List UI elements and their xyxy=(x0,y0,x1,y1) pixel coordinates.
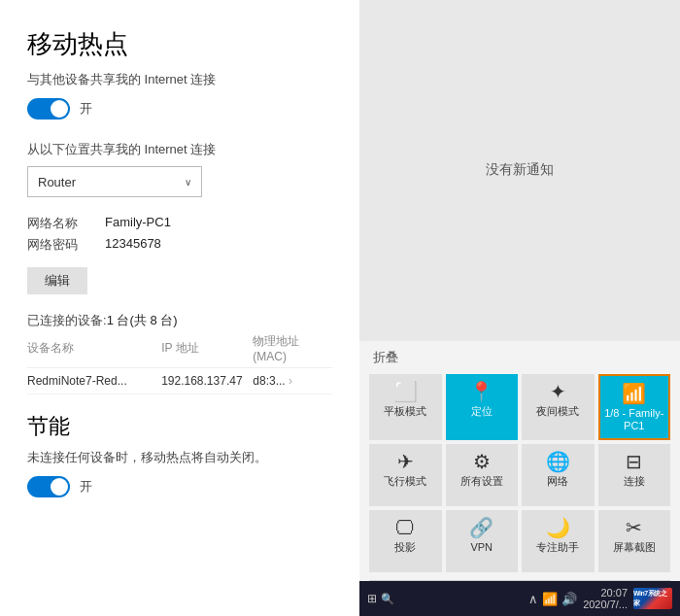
connected-count: 1 台(共 8 台) xyxy=(107,312,178,329)
taskbar-start: ⊞ xyxy=(367,592,377,605)
location-icon: 📍 xyxy=(469,382,493,401)
power-toggle-knob xyxy=(51,478,68,496)
time-display: 20:07 xyxy=(583,587,628,599)
quick-action-location[interactable]: 📍 定位 xyxy=(446,374,519,440)
row-arrow: › xyxy=(289,374,292,388)
hotspot-label: 1/8 - Family-PC1 xyxy=(604,407,665,432)
power-toggle[interactable] xyxy=(27,476,70,497)
assistant-icon: 🌙 xyxy=(546,518,570,537)
action-center: 折叠 ⬜ 平板模式 📍 定位 ✦ 夜间模式 📶 1/8 - Family-PC1… xyxy=(359,341,680,616)
device-name: RedmiNote7-Red... xyxy=(27,368,161,394)
power-toggle-label: 开 xyxy=(80,478,92,496)
taskbar-time: 20:07 2020/7/... xyxy=(583,587,628,610)
hotspot-toggle-label: 开 xyxy=(80,100,92,118)
quick-action-allsettings[interactable]: ⚙ 所有设置 xyxy=(446,444,519,506)
col-device-name: 设备名称 xyxy=(27,333,161,368)
quick-action-connect[interactable]: ⊟ 连接 xyxy=(598,444,671,506)
notification-area: 没有新通知 xyxy=(359,0,680,341)
night-label: 夜间模式 xyxy=(536,405,579,418)
toggle-knob xyxy=(51,100,68,118)
up-arrow-icon: ∧ xyxy=(528,592,538,606)
network-name-value: Family-PC1 xyxy=(105,215,171,232)
source-label: 从以下位置共享我的 Internet 连接 xyxy=(27,141,332,158)
connect-label: 连接 xyxy=(624,475,645,488)
allsettings-icon: ⚙ xyxy=(473,452,491,471)
night-icon: ✦ xyxy=(550,382,566,401)
win7-watermark: Win7系统之家 xyxy=(633,589,672,608)
quick-actions-grid: ⬜ 平板模式 📍 定位 ✦ 夜间模式 📶 1/8 - Family-PC1 ✈ … xyxy=(359,370,680,580)
network-name-label: 网络名称 xyxy=(27,215,105,232)
airplane-label: 飞行模式 xyxy=(384,475,426,488)
network-label: 网络 xyxy=(547,475,568,488)
connected-label: 已连接的设备: xyxy=(27,312,107,329)
project-label: 投影 xyxy=(394,541,416,554)
screenshot-label: 屏幕截图 xyxy=(613,541,656,554)
hotspot-icon: 📶 xyxy=(622,384,646,403)
power-toggle-row: 开 xyxy=(27,476,332,497)
network-pwd-label: 网络密码 xyxy=(27,236,105,254)
hotspot-toggle[interactable] xyxy=(27,98,70,120)
source-dropdown[interactable]: Router ∨ xyxy=(27,166,202,197)
quick-action-hotspot[interactable]: 📶 1/8 - Family-PC1 xyxy=(598,374,671,440)
connected-count-row: 已连接的设备: 1 台(共 8 台) xyxy=(27,312,332,329)
network-info: 网络名称 Family-PC1 网络密码 12345678 xyxy=(27,215,332,254)
network-pwd-row: 网络密码 12345678 xyxy=(27,236,332,254)
location-label: 定位 xyxy=(471,405,493,418)
quick-action-airplane[interactable]: ✈ 飞行模式 xyxy=(369,444,442,506)
network-name-row: 网络名称 Family-PC1 xyxy=(27,215,332,232)
tablet-label: 平板模式 xyxy=(384,405,426,418)
quick-action-vpn[interactable]: 🔗 VPN xyxy=(446,510,519,572)
table-row: RedmiNote7-Red... 192.168.137.47 d8:3...… xyxy=(27,368,332,394)
assistant-label: 专注助手 xyxy=(536,541,579,554)
connected-devices-section: 已连接的设备: 1 台(共 8 台) 设备名称 IP 地址 物理地址(MAC) … xyxy=(27,312,332,394)
hotspot-toggle-row: 开 xyxy=(27,98,332,120)
power-section-title: 节能 xyxy=(27,412,332,441)
project-icon: 🖵 xyxy=(395,518,415,537)
vpn-label: VPN xyxy=(470,541,493,554)
device-mac: d8:3... › xyxy=(253,368,332,394)
tablet-icon: ⬜ xyxy=(393,382,418,401)
chevron-down-icon: ∨ xyxy=(185,177,191,188)
quick-action-tablet[interactable]: ⬜ 平板模式 xyxy=(369,374,442,440)
screenshot-icon: ✂ xyxy=(626,518,642,537)
edit-button[interactable]: 编辑 xyxy=(27,267,87,294)
taskbar: ⊞ 🔍 ∧ 📶 🔊 20:07 2020/7/... Win7系统之家 xyxy=(359,581,680,616)
taskbar-search: 🔍 xyxy=(381,593,394,605)
dropdown-value: Router xyxy=(38,175,76,189)
quick-action-network[interactable]: 🌐 网络 xyxy=(522,444,595,506)
no-notification-text: 没有新通知 xyxy=(486,161,554,179)
network-icon: 🌐 xyxy=(546,452,570,471)
date-display: 2020/7/... xyxy=(583,599,628,610)
right-panel: 没有新通知 折叠 ⬜ 平板模式 📍 定位 ✦ 夜间模式 📶 1/8 - Fami… xyxy=(359,0,680,616)
vpn-icon: 🔗 xyxy=(469,518,493,537)
col-ip: IP 地址 xyxy=(161,333,253,368)
quick-action-project[interactable]: 🖵 投影 xyxy=(369,510,442,572)
network-pwd-value: 12345678 xyxy=(105,236,161,254)
connect-icon: ⊟ xyxy=(626,452,642,471)
fold-label: 折叠 xyxy=(359,341,680,370)
volume-icon: 🔊 xyxy=(561,592,577,606)
devices-table: 设备名称 IP 地址 物理地址(MAC) RedmiNote7-Red... 1… xyxy=(27,333,332,394)
allsettings-label: 所有设置 xyxy=(460,475,503,488)
quick-action-screenshot[interactable]: ✂ 屏幕截图 xyxy=(598,510,671,572)
device-ip: 192.168.137.47 xyxy=(161,368,253,394)
network-icon: 📶 xyxy=(542,592,558,606)
power-section-desc: 未连接任何设备时，移动热点将自动关闭。 xyxy=(27,449,332,466)
win7-logo: Win7系统之家 xyxy=(633,588,672,609)
quick-action-night[interactable]: ✦ 夜间模式 xyxy=(522,374,595,440)
quick-action-assistant[interactable]: 🌙 专注助手 xyxy=(522,510,595,572)
left-panel: 移动热点 与其他设备共享我的 Internet 连接 开 从以下位置共享我的 I… xyxy=(0,0,359,616)
share-description: 与其他设备共享我的 Internet 连接 xyxy=(27,71,332,88)
taskbar-icons: ∧ 📶 🔊 xyxy=(528,592,577,606)
airplane-icon: ✈ xyxy=(397,452,414,471)
col-mac: 物理地址(MAC) xyxy=(253,333,332,368)
page-title: 移动热点 xyxy=(27,27,332,61)
